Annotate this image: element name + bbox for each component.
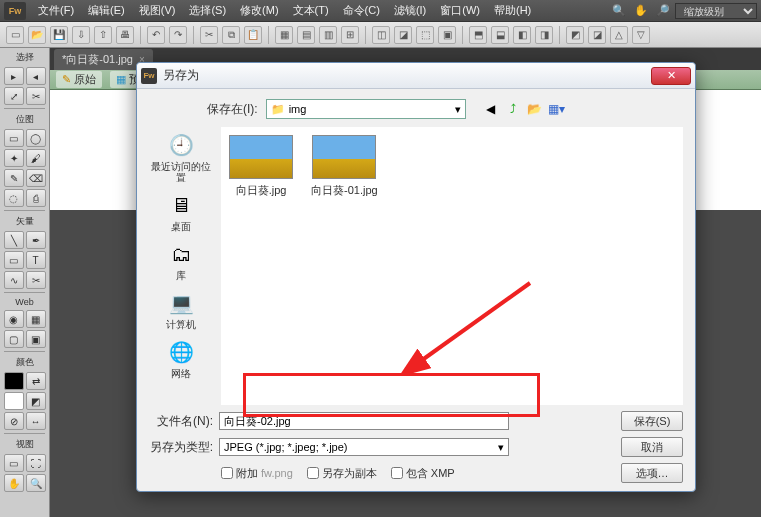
tb-open[interactable]: 📂 <box>28 26 46 44</box>
tb-new[interactable]: ▭ <box>6 26 24 44</box>
tool-scale[interactable]: ⤢ <box>4 87 24 105</box>
tool-pointer[interactable]: ▸ <box>4 67 24 85</box>
tb-import[interactable]: ⇩ <box>72 26 90 44</box>
menu-filters[interactable]: 滤镜(I) <box>388 1 432 20</box>
place-recent[interactable]: 🕘最近访问的位置 <box>147 129 215 185</box>
tb-i7[interactable]: ⬚ <box>416 26 434 44</box>
tb-export[interactable]: ⇧ <box>94 26 112 44</box>
place-desktop[interactable]: 🖥桌面 <box>147 189 215 234</box>
dialog-close-button[interactable]: ✕ <box>651 67 691 85</box>
attach-checkbox[interactable]: 附加 fw.png <box>221 466 293 481</box>
tb-i9[interactable]: ⬒ <box>469 26 487 44</box>
tool-text[interactable]: T <box>26 251 46 269</box>
tool-slice[interactable]: ▦ <box>26 310 46 328</box>
tb-save[interactable]: 💾 <box>50 26 68 44</box>
zoom-icon[interactable]: 🔎 <box>653 2 673 20</box>
tool-line[interactable]: ╲ <box>4 231 24 249</box>
tool-hide[interactable]: ▢ <box>4 330 24 348</box>
tb-i6[interactable]: ◪ <box>394 26 412 44</box>
save-as-dialog: Fw 另存为 ✕ 保存在(I): 📁 img ▾ ◀ ⤴ 📂 ▦▾ 🕘最近访问的… <box>136 62 696 492</box>
cancel-button[interactable]: 取消 <box>621 437 683 457</box>
tb-cut[interactable]: ✂ <box>200 26 218 44</box>
tb-i8[interactable]: ▣ <box>438 26 456 44</box>
nav-newfolder-icon[interactable]: 📂 <box>526 100 544 118</box>
file-thumbnail <box>312 135 376 179</box>
tool-swap[interactable]: ⇄ <box>26 372 46 390</box>
tool-hotspot[interactable]: ◉ <box>4 310 24 328</box>
tool-stamp[interactable]: ⎙ <box>26 189 46 207</box>
tb-i11[interactable]: ◧ <box>513 26 531 44</box>
subbar-original[interactable]: ✎原始 <box>56 71 102 88</box>
file-thumbnail <box>229 135 293 179</box>
filetype-dropdown[interactable]: JPEG (*.jpg; *.jpeg; *.jpe)▾ <box>219 438 509 456</box>
nav-up-icon[interactable]: ⤴ <box>504 100 522 118</box>
tb-i12[interactable]: ◨ <box>535 26 553 44</box>
save-button[interactable]: 保存(S) <box>621 411 683 431</box>
tool-hand[interactable]: ✋ <box>4 474 24 492</box>
tool-blur[interactable]: ◌ <box>4 189 24 207</box>
filename-input[interactable] <box>219 412 509 430</box>
tb-i3[interactable]: ▥ <box>319 26 337 44</box>
menu-window[interactable]: 窗口(W) <box>434 1 486 20</box>
tb-i5[interactable]: ◫ <box>372 26 390 44</box>
tool-fill-color[interactable] <box>4 392 24 410</box>
hand-icon[interactable]: ✋ <box>631 2 651 20</box>
tool-view-full[interactable]: ⛶ <box>26 454 46 472</box>
tb-undo[interactable]: ↶ <box>147 26 165 44</box>
menu-help[interactable]: 帮助(H) <box>488 1 537 20</box>
tool-show[interactable]: ▣ <box>26 330 46 348</box>
place-libraries[interactable]: 🗂库 <box>147 238 215 283</box>
menu-edit[interactable]: 编辑(E) <box>82 1 131 20</box>
tool-default[interactable]: ◩ <box>26 392 46 410</box>
file-item[interactable]: 向日葵-01.jpg <box>311 135 378 198</box>
tool-wand[interactable]: ✦ <box>4 149 24 167</box>
tool-zoom[interactable]: 🔍 <box>26 474 46 492</box>
menu-file[interactable]: 文件(F) <box>32 1 80 20</box>
file-item[interactable]: 向日葵.jpg <box>229 135 293 198</box>
save-in-label: 保存在(I): <box>207 101 258 118</box>
tb-i16[interactable]: ▽ <box>632 26 650 44</box>
tb-i15[interactable]: △ <box>610 26 628 44</box>
search-icon[interactable]: 🔍 <box>609 2 629 20</box>
tool-knife[interactable]: ✂ <box>26 271 46 289</box>
tool-view-normal[interactable]: ▭ <box>4 454 24 472</box>
tool-brush[interactable]: 🖌 <box>26 149 46 167</box>
nav-views-icon[interactable]: ▦▾ <box>548 100 566 118</box>
tb-redo[interactable]: ↷ <box>169 26 187 44</box>
tool-eraser[interactable]: ⌫ <box>26 169 46 187</box>
tb-i13[interactable]: ◩ <box>566 26 584 44</box>
tb-paste[interactable]: 📋 <box>244 26 262 44</box>
tool-nocolor[interactable]: ⊘ <box>4 412 24 430</box>
tb-i14[interactable]: ◪ <box>588 26 606 44</box>
workspace-dropdown[interactable]: 缩放级别 <box>675 3 757 19</box>
menu-text[interactable]: 文本(T) <box>287 1 335 20</box>
menu-commands[interactable]: 命令(C) <box>337 1 386 20</box>
tb-i10[interactable]: ⬓ <box>491 26 509 44</box>
folder-dropdown[interactable]: 📁 img ▾ <box>266 99 466 119</box>
menu-modify[interactable]: 修改(M) <box>234 1 285 20</box>
tool-subselect[interactable]: ◂ <box>26 67 46 85</box>
tb-print[interactable]: 🖶 <box>116 26 134 44</box>
tool-lasso[interactable]: ◯ <box>26 129 46 147</box>
tool-pencil[interactable]: ✎ <box>4 169 24 187</box>
tool-stroke-color[interactable] <box>4 372 24 390</box>
tb-copy[interactable]: ⧉ <box>222 26 240 44</box>
tool-marquee[interactable]: ▭ <box>4 129 24 147</box>
tb-i1[interactable]: ▦ <box>275 26 293 44</box>
tool-freeform[interactable]: ∿ <box>4 271 24 289</box>
menu-view[interactable]: 视图(V) <box>133 1 182 20</box>
file-list[interactable]: 向日葵.jpg 向日葵-01.jpg <box>221 127 683 405</box>
tool-crop[interactable]: ✂ <box>26 87 46 105</box>
tb-i2[interactable]: ▤ <box>297 26 315 44</box>
place-computer[interactable]: 💻计算机 <box>147 287 215 332</box>
save-copy-checkbox[interactable]: 另存为副本 <box>307 466 377 481</box>
tb-i4[interactable]: ⊞ <box>341 26 359 44</box>
tool-pen[interactable]: ✒ <box>26 231 46 249</box>
place-network[interactable]: 🌐网络 <box>147 336 215 381</box>
tool-swap2[interactable]: ↔ <box>26 412 46 430</box>
tool-rect[interactable]: ▭ <box>4 251 24 269</box>
nav-back-icon[interactable]: ◀ <box>482 100 500 118</box>
include-xmp-checkbox[interactable]: 包含 XMP <box>391 466 455 481</box>
menu-select[interactable]: 选择(S) <box>183 1 232 20</box>
options-button[interactable]: 选项… <box>621 463 683 483</box>
